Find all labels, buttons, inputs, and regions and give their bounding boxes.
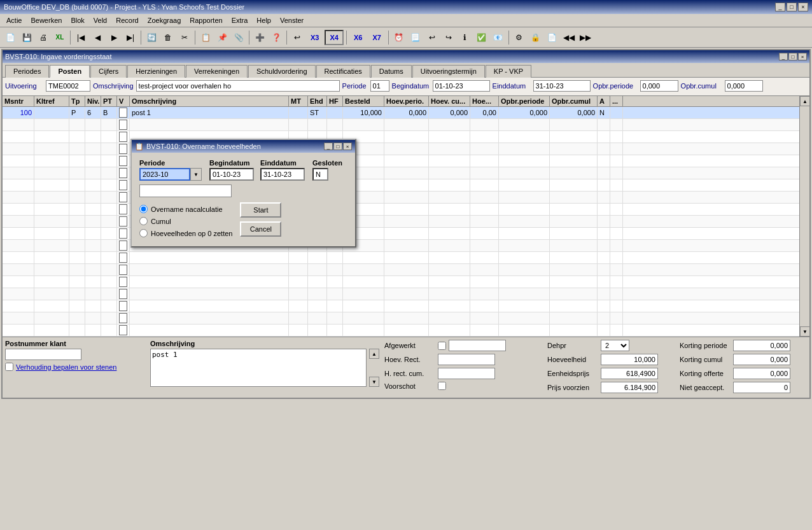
dialog-maximize[interactable]: □ [333,143,342,150]
dialog-periode-dropdown[interactable]: ▼ [190,168,202,181]
radio-cumul-label: Cumul [151,218,171,225]
dialog-title-bar: 📋 BVST-010: Overname hoeveelheden _ □ × [132,140,355,153]
dialog-cancel-button[interactable]: Cancel [240,221,281,237]
dialog-begindatum-input[interactable] [209,168,254,181]
dialog-gesloten-label: Gesloten [312,159,342,167]
dialog-start-button[interactable]: Start [240,202,281,218]
radio-nacalculatie[interactable] [139,205,148,213]
dialog-content: Periode ▼ Begindatum Einddatum Gesloten [132,153,355,246]
dialog-overlay: 📋 BVST-010: Overname hoeveelheden _ □ × … [0,0,812,400]
dialog-begindatum-label: Begindatum [209,159,254,167]
dialog-periode-label: Periode [139,159,202,167]
dialog-close[interactable]: × [343,143,352,150]
radio-nacalculatie-label: Overname nacalculatie [151,206,223,213]
radio-op0[interactable] [139,229,148,237]
radio-op0-label: Hoeveelheden op 0 zetten [151,230,232,237]
dialog: 📋 BVST-010: Overname hoeveelheden _ □ × … [130,139,356,248]
dialog-buttons: Start Cancel [240,202,281,237]
dialog-einddatum-label: Einddatum [260,159,305,167]
dialog-radio-group: Overname nacalculatie Cumul Hoeveelheden… [139,205,232,237]
dialog-text-input[interactable] [139,185,232,197]
dialog-einddatum-input[interactable] [260,168,305,181]
dialog-gesloten-input[interactable] [312,168,328,181]
dialog-title-icon: 📋 [135,143,144,151]
dialog-title-text: BVST-010: Overname hoeveelheden [146,143,324,150]
dialog-periode-input[interactable] [139,168,190,181]
dialog-minimize[interactable]: _ [324,143,333,150]
radio-cumul[interactable] [139,217,148,225]
